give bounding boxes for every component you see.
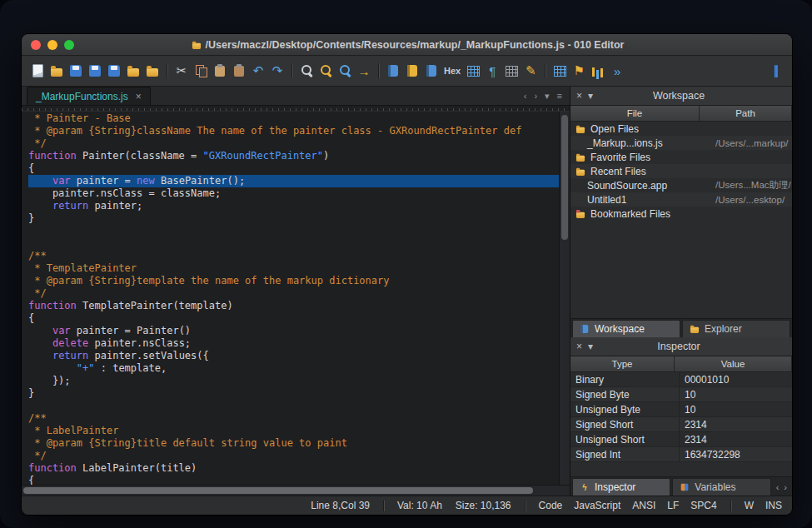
pause-icon[interactable]: ∥ [767,62,785,80]
code-line[interactable]: * LabelPainter [28,425,559,437]
undo-icon[interactable]: ↶ [249,62,267,80]
paste-special-icon[interactable] [230,62,248,80]
code-line[interactable]: function TemplatePainter(template) [28,300,559,312]
code-line[interactable]: { [28,475,559,485]
tab-close-icon[interactable]: × [136,91,142,102]
code-line[interactable]: } [28,387,559,400]
inspector-tabs-scroll-left-icon[interactable]: ‹ [776,482,780,492]
workspace-row[interactable]: Open Files [570,122,792,136]
code-line[interactable] [28,237,559,250]
column-mode-icon[interactable] [502,62,521,80]
code-line[interactable]: return painter.setValues({ [28,350,559,362]
code-line[interactable] [28,225,559,237]
code-line[interactable]: { [28,312,559,325]
code-line[interactable]: function LabelPainter(title) [28,462,559,475]
find-icon[interactable] [297,62,316,80]
inspector-row[interactable]: Signed Byte10 [570,387,792,402]
code-line[interactable]: */ [28,287,559,300]
code-line[interactable]: * @param {String}title default string va… [28,437,559,450]
workspace-row[interactable]: Recent Files [570,164,792,178]
inspector-close-icon[interactable]: × [576,341,582,352]
open-recent-icon[interactable] [124,62,142,80]
code-line[interactable]: * Painter - Base [28,112,559,125]
workspace-row[interactable]: _Markup...ions.js/Users/...markup/ [570,136,792,150]
find-in-files-icon[interactable] [336,62,354,80]
code-line[interactable]: return painter; [28,200,559,212]
table-view-icon[interactable] [464,62,482,80]
template-results-icon[interactable] [422,62,441,80]
find-replace-icon[interactable] [316,62,335,80]
save-all-icon[interactable] [105,62,123,80]
workspace-close-icon[interactable]: × [576,90,582,102]
tab-workspace[interactable]: Workspace [572,320,680,337]
code-line[interactable]: { [28,162,559,175]
horizontal-scrollbar-thumb[interactable] [23,487,533,494]
code-line[interactable]: /** [28,412,559,425]
code-line[interactable]: delete painter.nsClass; [28,337,559,350]
workspace-row[interactable]: Untitled1/Users/...esktop/ [570,192,792,207]
workspace-row[interactable]: Favorite Files [570,150,792,164]
data-inspector-icon[interactable] [550,62,569,80]
tab-markupfunctions[interactable]: _MarkupFunctions.js × [27,87,151,105]
code-line[interactable]: */ [28,137,559,150]
histogram-icon[interactable] [589,62,607,80]
column-header-type[interactable]: Type [570,356,675,371]
inspector-tabs-scroll-right-icon[interactable]: › [784,482,787,492]
edit-as-icon[interactable]: ✎ [521,62,540,80]
workspace-row[interactable]: SoundSource.app/Users...Mac助理/ [570,178,792,192]
column-header-path[interactable]: Path [700,106,792,121]
show-whitespace-icon[interactable]: ¶ [483,62,501,80]
tab-variables[interactable]: Variables [672,478,770,496]
code-line[interactable]: var painter = new BasePainter(); [28,175,559,187]
cut-icon[interactable]: ✂ [172,62,191,80]
copy-icon[interactable] [192,62,210,80]
tab-explorer[interactable]: Explorer [682,320,790,337]
code-line[interactable]: /** [28,250,559,262]
goto-icon[interactable]: → [355,62,373,80]
favorite-files-icon[interactable] [143,62,162,80]
new-file-icon[interactable] [28,62,47,80]
inspector-menu-icon[interactable]: ▾ [588,341,593,352]
inspector-row[interactable]: Binary00001010 [570,372,792,387]
code-line[interactable] [28,400,559,412]
inspector-row[interactable]: Unsigned Byte10 [570,402,792,417]
inspector-row[interactable]: Signed Short2314 [570,417,792,432]
tab-inspector[interactable]: Inspector [572,478,670,496]
tab-list-icon[interactable]: ≡ [557,91,562,101]
redo-icon[interactable]: ↷ [268,62,286,80]
code-line[interactable]: painter.nsClass = className; [28,187,559,200]
workspace-row[interactable]: Bookmarked Files [570,207,792,221]
code-line[interactable]: }); [28,375,559,387]
tab-scroll-right-icon[interactable]: › [534,91,537,101]
open-file-icon[interactable] [47,62,66,80]
run-template-icon[interactable] [403,62,421,80]
code-line[interactable]: * @param {String}template the name of th… [28,275,559,287]
save-as-icon[interactable] [86,62,104,80]
code-line[interactable]: var painter = Painter() [28,325,559,337]
code-line[interactable]: } [28,212,559,225]
workspace-menu-icon[interactable]: ▾ [588,90,593,102]
column-header-file[interactable]: File [570,106,700,121]
more-tools-icon[interactable]: » [608,62,626,80]
zoom-window-button[interactable] [64,40,74,50]
vertical-scrollbar-thumb[interactable] [561,115,568,240]
open-template-icon[interactable] [384,62,402,80]
column-header-value[interactable]: Value [675,356,792,371]
paste-icon[interactable] [211,62,229,80]
inspector-row[interactable]: Signed Int1634732298 [570,447,792,462]
save-icon[interactable] [67,62,85,80]
code-line[interactable]: "+" : template, [28,362,559,375]
hex-mode-icon[interactable]: Hex [441,62,463,80]
tab-scroll-left-icon[interactable]: ‹ [524,91,527,101]
vertical-scrollbar[interactable] [559,112,570,485]
bookmark-icon[interactable]: ⚑ [570,62,588,80]
tab-menu-icon[interactable]: ▾ [545,91,550,102]
code-line[interactable]: function Painter(className = "GXRoundRec… [28,150,559,162]
close-window-button[interactable] [31,40,41,50]
code-line[interactable]: * @param {String}className The name of t… [28,125,559,137]
code-line[interactable]: * TemplatePainter [28,262,559,275]
code-area[interactable]: * Painter - Base * @param {String}classN… [22,112,559,485]
horizontal-scrollbar[interactable] [22,485,570,496]
inspector-row[interactable]: Unsigned Short2314 [570,432,792,447]
minimize-window-button[interactable] [47,40,57,50]
